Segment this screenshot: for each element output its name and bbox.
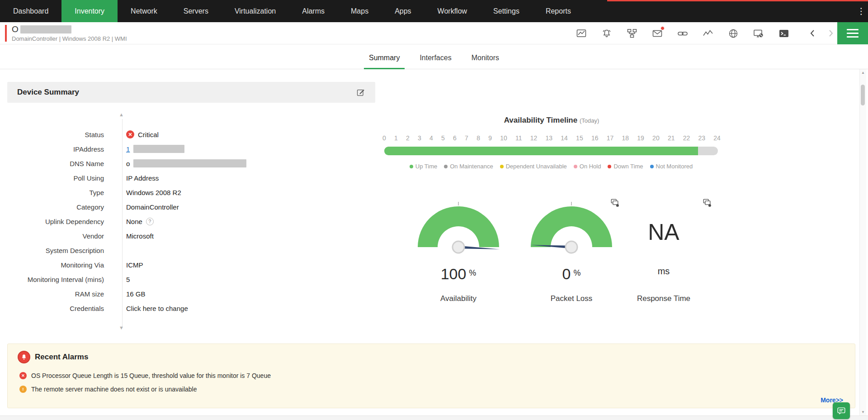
gauges-row: 100% Availability [384, 199, 719, 310]
nav-item-label: Reports [546, 7, 571, 15]
topology-icon[interactable] [626, 28, 638, 39]
device-status-icon[interactable] [753, 28, 764, 39]
legend-dot [500, 165, 504, 168]
hour-label: 2 [406, 134, 410, 142]
scrollbar-up-icon[interactable]: ▲ [860, 71, 866, 75]
hour-label: 14 [561, 134, 568, 142]
gauge-value: 0% [522, 265, 621, 283]
hour-label: 3 [418, 134, 421, 142]
hour-label: 17 [607, 134, 614, 142]
hour-label: 11 [515, 134, 522, 142]
nav-item[interactable]: Servers [170, 0, 222, 22]
horizontal-scrollbar[interactable] [0, 415, 868, 420]
field-label: Status [7, 131, 104, 138]
gauge-settings-icon[interactable] [703, 198, 712, 209]
globe-icon[interactable] [727, 28, 739, 39]
legend-label: Dependent Unavailable [506, 163, 567, 170]
device-header: O DomainController | Windows 2008 R2 | W… [0, 22, 868, 44]
nav-item[interactable]: Settings [480, 0, 533, 22]
scrollbar-down-icon[interactable]: ▼ [860, 410, 866, 414]
sparkline-icon[interactable] [702, 28, 714, 39]
timeline-hour-labels: 0123456789101112131415161718192021222324 [382, 134, 721, 142]
field-value: ICMP [126, 261, 143, 269]
field-row: Status Critical [7, 127, 375, 142]
alarm-bell-icon[interactable] [601, 28, 613, 39]
nav-item-label: Maps [351, 7, 368, 15]
nav-item[interactable]: Network [118, 0, 170, 22]
nav-item-label: Alarms [302, 7, 325, 15]
nav-item[interactable]: Reports [533, 0, 584, 22]
legend-item: Down Time [608, 163, 643, 170]
performance-view-icon[interactable] [576, 28, 587, 39]
scrollbar-thumb[interactable] [861, 85, 865, 105]
top-nav: Dashboard Inventory Network Servers Virt… [0, 0, 868, 22]
gauge-panel: 100% Availability [409, 199, 508, 310]
scroll-up-arrow[interactable]: ▲ [119, 112, 124, 117]
loading-indicator [607, 0, 868, 1]
hour-label: 4 [429, 134, 433, 142]
field-label: System Description [7, 247, 104, 254]
timeline-legend: Up Time On Maintenance Dependent Unavail… [384, 163, 718, 170]
field-value: IP Address [126, 174, 159, 182]
previous-device-icon[interactable] [807, 22, 817, 44]
field-label: Type [7, 189, 104, 196]
field-value-cell: 5 [126, 276, 130, 283]
legend-dot [650, 165, 654, 168]
nav-item[interactable]: Virtualization [222, 0, 289, 22]
hour-label: 21 [668, 134, 675, 142]
hour-label: 19 [637, 134, 644, 142]
chat-widget-button[interactable] [833, 402, 850, 419]
edit-icon[interactable] [356, 88, 365, 97]
field-value: o [126, 160, 130, 167]
gauge-unit: ms [614, 266, 713, 277]
field-value-cell: 16 GB [126, 290, 146, 298]
field-value-cell: Click here to change [126, 305, 188, 312]
nav-item[interactable]: Inventory [61, 0, 118, 22]
alarm-message: The remote server machine does not exist… [31, 386, 197, 393]
terminal-icon[interactable] [778, 28, 790, 39]
alarm-message: OS Processor Queue Length is 15 Queue, t… [31, 372, 271, 379]
device-breadcrumb: DomainController | Windows 2008 R2 | WMI [12, 35, 127, 42]
mail-icon[interactable] [651, 28, 663, 39]
link-icon[interactable] [677, 28, 689, 39]
hour-label: 22 [683, 134, 690, 142]
field-value-cell: ICMP [126, 261, 143, 269]
nav-item[interactable]: Maps [338, 0, 382, 22]
availability-timeline-bar [384, 147, 718, 155]
tab[interactable]: Interfaces [418, 54, 453, 69]
nav-item[interactable]: Workflow [425, 0, 481, 22]
field-value-link[interactable]: 1 [126, 145, 130, 153]
tab[interactable]: Summary [368, 54, 401, 69]
nav-item-label: Inventory [75, 7, 104, 15]
hour-label: 20 [652, 134, 660, 142]
hour-label: 8 [476, 134, 480, 142]
nav-item[interactable]: Apps [382, 0, 424, 22]
field-row: Credentials Click here to change [7, 301, 375, 315]
tab[interactable]: Monitors [470, 54, 500, 69]
critical-icon [19, 372, 27, 379]
gauge-label: Response Time [614, 294, 713, 303]
nav-item-label: Dashboard [13, 7, 48, 15]
alarm-row: OS Processor Queue Length is 15 Queue, t… [19, 372, 271, 379]
nav-item[interactable]: Dashboard [0, 0, 61, 22]
vertical-scrollbar[interactable]: ▲ ▼ [859, 69, 866, 415]
field-value: 16 GB [126, 290, 146, 298]
hamburger-menu-icon[interactable] [837, 22, 868, 44]
alarms-bell-icon [18, 351, 30, 363]
hour-label: 10 [500, 134, 507, 142]
scroll-down-arrow[interactable]: ▼ [119, 325, 124, 330]
legend-label: Down Time [613, 163, 643, 170]
overflow-menu-icon[interactable]: ⋮ [855, 0, 867, 22]
nav-item[interactable]: Alarms [289, 0, 338, 22]
field-label: Vendor [7, 232, 104, 240]
legend-label: On Hold [580, 163, 601, 170]
legend-item: Dependent Unavailable [500, 163, 567, 170]
field-value-action[interactable]: Click here to change [126, 305, 188, 312]
field-value: Critical [138, 131, 159, 138]
next-device-icon[interactable] [826, 22, 835, 44]
tab-label: Summary [369, 54, 400, 62]
help-icon[interactable] [146, 218, 154, 225]
field-row: System Description [7, 243, 375, 258]
top-nav-items: Dashboard Inventory Network Servers Virt… [0, 0, 584, 22]
field-value: DomainController [126, 203, 179, 211]
